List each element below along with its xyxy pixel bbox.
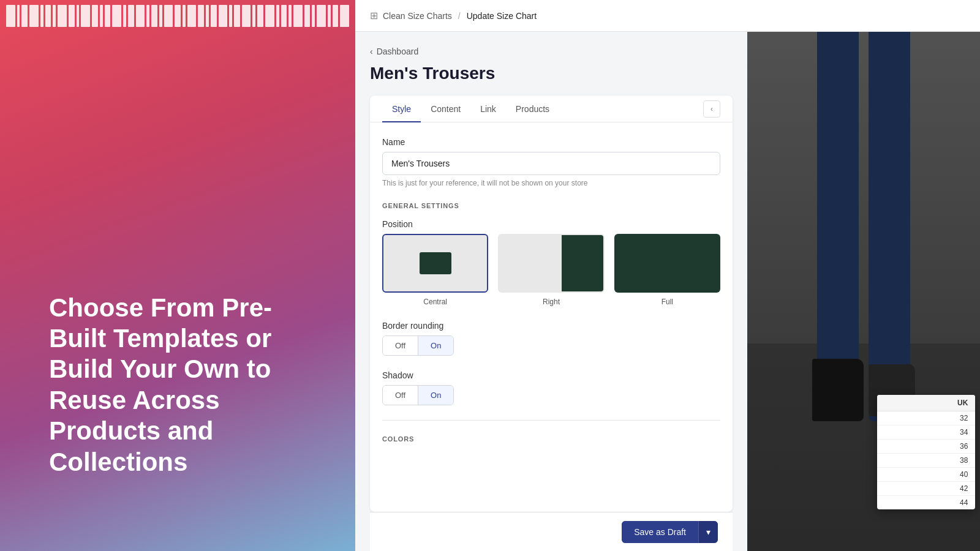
name-input[interactable] <box>382 152 720 175</box>
bar <box>45 5 51 27</box>
border-rounding-off[interactable]: Off <box>383 336 418 355</box>
bar <box>312 5 315 27</box>
position-central[interactable]: Central <box>382 234 488 306</box>
position-full-box[interactable] <box>614 234 720 293</box>
position-right-box[interactable] <box>498 234 604 293</box>
bar <box>252 5 255 27</box>
central-inner <box>420 252 451 274</box>
general-settings-title: GENERAL SETTINGS <box>382 202 720 209</box>
size-chart-row: 36 <box>877 440 975 454</box>
shadow-off[interactable]: Off <box>383 386 418 405</box>
size-chart-row: 40 <box>877 468 975 482</box>
position-right[interactable]: Right <box>498 234 604 306</box>
footer-bar: Save as Draft ▾ <box>370 512 733 551</box>
save-draft-label: Save as Draft <box>622 521 698 543</box>
preview-panel: UK 32 34 36 38 40 42 44 <box>747 32 980 551</box>
breadcrumb-separator: / <box>458 11 461 21</box>
bar <box>281 5 287 27</box>
bar <box>21 5 28 27</box>
page-title: Men's Trousers <box>370 64 733 83</box>
size-chart-header: UK <box>877 395 975 411</box>
section-divider <box>382 420 720 421</box>
tab-style[interactable]: Style <box>382 96 421 122</box>
save-draft-dropdown[interactable]: ▾ <box>698 521 718 543</box>
bg-texture <box>747 32 980 343</box>
collapse-icon: ‹ <box>710 105 713 113</box>
shadow-toggle: Off On <box>382 385 454 405</box>
position-field-group: Position Central <box>382 219 720 306</box>
colors-section-title: COLORS <box>382 430 720 443</box>
bar <box>69 5 75 27</box>
border-rounding-toggle: Off On <box>382 335 454 356</box>
bar <box>6 5 15 27</box>
barcode-decoration <box>0 0 355 32</box>
bar <box>242 5 251 27</box>
bar <box>146 5 149 27</box>
name-label: Name <box>382 137 720 147</box>
bar <box>151 5 157 27</box>
bar <box>211 5 217 27</box>
bar <box>219 5 228 27</box>
shoe-left <box>812 359 864 421</box>
bar <box>112 5 121 27</box>
main-content: ‹ Dashboard Men's Trousers Style Content… <box>355 32 980 551</box>
bar <box>229 5 232 27</box>
name-hint: This is just for your reference, it will… <box>382 179 720 187</box>
breadcrumb-app-link[interactable]: Clean Size Charts <box>383 11 452 21</box>
bar <box>92 5 98 27</box>
position-full[interactable]: Full <box>614 234 720 306</box>
preview-image: UK 32 34 36 38 40 42 44 <box>747 32 980 551</box>
border-rounding-on[interactable]: On <box>418 336 453 355</box>
chevron-down-icon: ▾ <box>706 527 710 537</box>
right-inner <box>562 235 603 291</box>
shadow-on[interactable]: On <box>418 386 453 405</box>
shadow-group: Shadow Off On <box>382 370 720 405</box>
top-bar: ⊞ Clean Size Charts / Update Size Chart <box>355 0 980 32</box>
right-panel: ⊞ Clean Size Charts / Update Size Chart … <box>355 0 980 551</box>
tab-link[interactable]: Link <box>470 96 506 122</box>
bar <box>17 5 20 27</box>
bar <box>276 5 279 27</box>
bar <box>293 5 303 27</box>
bar <box>317 5 326 27</box>
bar <box>265 5 274 27</box>
bar <box>164 5 173 27</box>
collapse-button[interactable]: ‹ <box>703 100 720 118</box>
size-chart-row: 34 <box>877 425 975 440</box>
bar <box>333 5 339 27</box>
bar <box>58 5 67 27</box>
bar <box>304 5 311 27</box>
position-grid: Central Right Full <box>382 234 720 306</box>
tab-products[interactable]: Products <box>506 96 559 122</box>
tab-content[interactable]: Content <box>421 96 470 122</box>
position-full-label: Full <box>662 298 673 306</box>
back-link[interactable]: ‹ Dashboard <box>370 47 733 56</box>
bar <box>159 5 162 27</box>
bar <box>175 5 181 27</box>
marketing-text: Choose From Pre-Built Templates or Build… <box>49 293 318 478</box>
tabs-container: Style Content Link Products ‹ <box>370 96 733 122</box>
position-right-label: Right <box>543 298 560 306</box>
bar <box>340 5 349 27</box>
save-draft-button[interactable]: Save as Draft ▾ <box>622 521 718 543</box>
position-central-box[interactable] <box>382 234 488 293</box>
left-panel: Choose From Pre-Built Templates or Build… <box>0 0 355 551</box>
bar <box>136 5 145 27</box>
bar <box>257 5 263 27</box>
breadcrumb-current: Update Size Chart <box>467 11 537 21</box>
size-chart-row: 32 <box>877 411 975 425</box>
border-rounding-group: Border rounding Off On <box>382 321 720 356</box>
size-chart-row: 42 <box>877 482 975 496</box>
bar <box>53 5 56 27</box>
size-chart-overlay: UK 32 34 36 38 40 42 44 <box>877 395 975 509</box>
position-central-label: Central <box>423 298 447 306</box>
bar <box>288 5 292 27</box>
chevron-back-icon: ‹ <box>370 47 373 56</box>
trouser-leg-right <box>869 32 910 421</box>
size-chart-row: 38 <box>877 454 975 468</box>
bar <box>100 5 103 27</box>
card-body: Name This is just for your reference, it… <box>370 122 733 512</box>
editor-panel: ‹ Dashboard Men's Trousers Style Content… <box>355 32 747 551</box>
settings-card: Style Content Link Products ‹ Name This … <box>370 96 733 512</box>
bar <box>206 5 209 27</box>
